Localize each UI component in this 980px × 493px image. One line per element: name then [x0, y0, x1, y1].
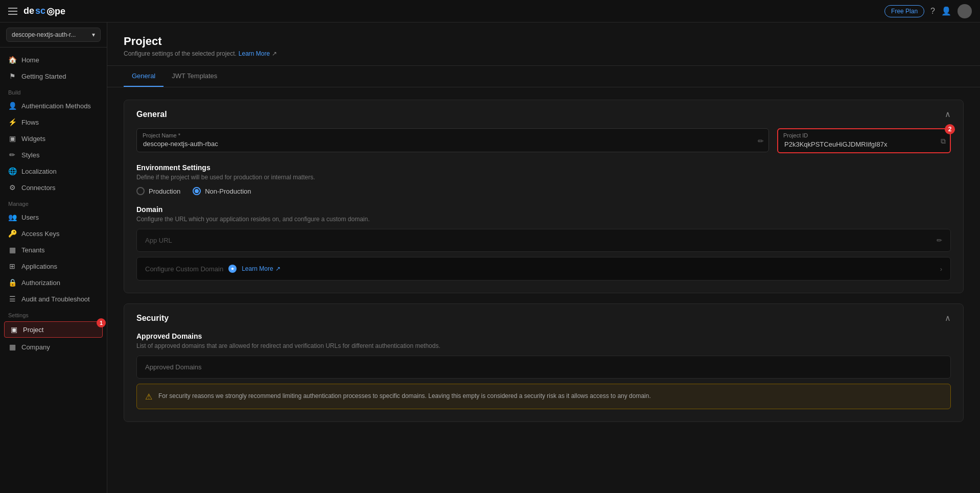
sidebar-item-label: Access Keys [21, 230, 59, 238]
security-card-body: Approved Domains List of approved domain… [124, 332, 963, 421]
security-warning: ⚠ For security reasons we strongly recom… [136, 384, 951, 409]
general-card-header[interactable]: General ∧ [124, 100, 963, 128]
custom-domain-field[interactable]: Configure Custom Domain ★ Learn More ↗ › [136, 257, 951, 280]
page-subtitle: Configure settings of the selected proje… [124, 50, 964, 57]
sidebar-item-access-keys[interactable]: 🔑 Access Keys [0, 225, 107, 242]
sidebar-item-authorization[interactable]: 🔒 Authorization [0, 274, 107, 291]
menu-button[interactable] [8, 8, 17, 15]
company-icon: ▦ [8, 343, 16, 351]
widgets-icon: ▣ [8, 134, 16, 143]
project-id-label: Project ID [783, 132, 808, 138]
sidebar-item-label: Project [23, 326, 43, 334]
authorization-icon: 🔒 [8, 278, 16, 287]
app-url-field[interactable]: App URL ✏ [136, 229, 951, 252]
sidebar-item-getting-started[interactable]: ⚑ Getting Started [0, 68, 107, 84]
custom-domain-left: Configure Custom Domain ★ Learn More ↗ [145, 265, 281, 273]
sidebar-item-widgets[interactable]: ▣ Widgets [0, 130, 107, 147]
radio-production-label: Production [149, 187, 180, 195]
user-icon[interactable]: 👤 [941, 6, 951, 16]
radio-production[interactable]: Production [136, 187, 180, 195]
auth-icon: 👤 [8, 102, 16, 110]
approved-domains-input[interactable] [136, 356, 951, 379]
sidebar-section-build: Build [0, 84, 107, 98]
domain-title: Domain [136, 205, 951, 214]
custom-domain-learn-more[interactable]: Learn More ↗ [242, 265, 280, 272]
badge-1: 1 [97, 318, 106, 327]
tenants-icon: ▦ [8, 246, 16, 254]
sidebar-nav: 🏠 Home ⚑ Getting Started Build 👤 Authent… [0, 48, 107, 493]
sidebar-item-company[interactable]: ▦ Company [0, 339, 107, 355]
approved-domains-title: Approved Domains [136, 332, 951, 340]
sidebar-item-users[interactable]: 👥 Users [0, 209, 107, 225]
free-plan-button[interactable]: Free Plan [884, 5, 924, 17]
logo-text2: ◎pe [46, 6, 65, 17]
project-dropdown[interactable]: descope-nextjs-auth-r... ▾ [6, 28, 101, 42]
badge-2: 2 [945, 124, 955, 134]
copy-icon[interactable]: ⧉ [941, 136, 946, 145]
sidebar-section-manage: Manage [0, 196, 107, 209]
connectors-icon: ⚙ [8, 183, 16, 192]
logo: desc◎pe [24, 6, 65, 17]
topbar-right: Free Plan ? 👤 [884, 4, 972, 18]
sidebar-item-applications[interactable]: ⊞ Applications [0, 258, 107, 274]
chevron-down-icon: ▾ [92, 31, 95, 38]
edit-app-url-icon[interactable]: ✏ [937, 237, 942, 244]
sidebar-item-label: Authentication Methods [21, 102, 91, 110]
flows-icon: ⚡ [8, 118, 16, 126]
project-icon: ▣ [10, 325, 18, 334]
security-card-header[interactable]: Security ∧ [124, 304, 963, 332]
sidebar-item-localization[interactable]: 🌐 Localization [0, 163, 107, 179]
getting-started-icon: ⚑ [8, 72, 16, 80]
sidebar-item-label: Connectors [21, 184, 55, 192]
styles-icon: ✏ [8, 151, 16, 159]
sidebar-item-label: Users [21, 214, 39, 221]
premium-star-icon: ★ [228, 265, 237, 273]
learn-more-link[interactable]: Learn More [239, 50, 270, 57]
sidebar-item-label: Getting Started [21, 73, 66, 80]
page-title: Project [124, 35, 964, 48]
main-content: Project Configure settings of the select… [107, 22, 980, 493]
sidebar-item-home[interactable]: 🏠 Home [0, 52, 107, 68]
edit-icon[interactable]: ✏ [758, 137, 764, 145]
sidebar: descope-nextjs-auth-r... ▾ 🏠 Home ⚑ Gett… [0, 22, 107, 493]
general-card-title: General [136, 110, 167, 119]
fields-row-names: Project Name * ✏ 2 Project ID ⧉ [136, 128, 951, 153]
sidebar-item-audit[interactable]: ☰ Audit and Troubleshoot [0, 291, 107, 307]
env-settings-desc: Define if the project will be used for p… [136, 174, 951, 181]
security-card-title: Security [136, 314, 169, 323]
sidebar-item-project[interactable]: ▣ Project [4, 321, 103, 338]
sidebar-item-flows[interactable]: ⚡ Flows [0, 114, 107, 130]
custom-domain-text: Configure Custom Domain [145, 265, 223, 273]
main-tabs: General JWT Templates [107, 66, 980, 87]
topbar: desc◎pe Free Plan ? 👤 [0, 0, 980, 22]
collapse-icon-security: ∧ [945, 313, 951, 323]
sidebar-item-styles[interactable]: ✏ Styles [0, 147, 107, 163]
sidebar-item-tenants[interactable]: ▦ Tenants [0, 242, 107, 258]
avatar[interactable] [958, 4, 972, 18]
project-id-field-wrapper: 2 Project ID ⧉ [777, 128, 951, 153]
tab-jwt[interactable]: JWT Templates [164, 66, 225, 87]
collapse-icon: ∧ [945, 109, 951, 119]
env-radio-group: Production Non-Production [136, 187, 951, 195]
sidebar-item-connectors[interactable]: ⚙ Connectors [0, 179, 107, 196]
sidebar-item-label: Styles [21, 151, 39, 159]
warning-icon: ⚠ [145, 392, 152, 402]
general-card-body: Project Name * ✏ 2 Project ID ⧉ Environm… [124, 128, 963, 293]
radio-nonproduction[interactable]: Non-Production [193, 187, 251, 195]
project-name-field: Project Name * ✏ [136, 128, 769, 153]
localization-icon: 🌐 [8, 167, 16, 175]
app-url-placeholder: App URL [145, 237, 172, 244]
radio-nonproduction-label: Non-Production [205, 187, 251, 195]
help-icon[interactable]: ? [930, 7, 935, 16]
sidebar-item-auth-methods[interactable]: 👤 Authentication Methods [0, 98, 107, 114]
env-settings-title: Environment Settings [136, 163, 951, 172]
main-body: General ∧ Project Name * ✏ 2 Project ID [107, 87, 980, 444]
project-selector: descope-nextjs-auth-r... ▾ [0, 22, 107, 48]
home-icon: 🏠 [8, 56, 16, 64]
tab-general[interactable]: General [124, 66, 164, 87]
project-name-input[interactable] [136, 128, 769, 152]
logo-accent: sc [35, 6, 45, 16]
sidebar-item-label: Flows [21, 119, 39, 126]
subtitle-text: Configure settings of the selected proje… [124, 50, 237, 57]
chevron-right-icon: › [940, 265, 942, 273]
